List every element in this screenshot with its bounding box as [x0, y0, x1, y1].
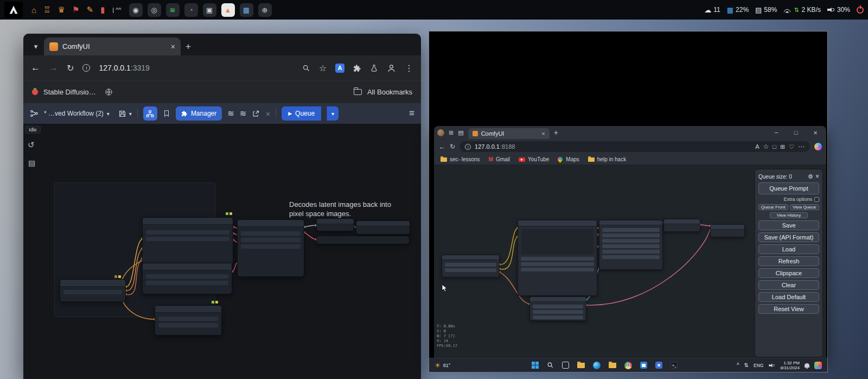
graph-node[interactable]: [599, 220, 663, 270]
graph-node[interactable]: [316, 236, 410, 244]
start-button[interactable]: [532, 362, 539, 369]
weather-widget[interactable]: ☀ 81°: [435, 362, 450, 369]
tray-network-icon[interactable]: ⇅: [744, 362, 749, 368]
game-app-icon[interactable]: ◎: [148, 3, 161, 17]
firefox-icon[interactable]: ◔: [184, 3, 198, 17]
graph-node[interactable]: [142, 217, 233, 265]
graph-node[interactable]: [142, 263, 232, 294]
tray-chevron-icon[interactable]: ^: [737, 362, 739, 368]
all-bookmarks-label[interactable]: All Bookmarks: [367, 88, 412, 96]
queue-prompt-button[interactable]: Queue Prompt: [758, 182, 819, 194]
extra-options-checkbox[interactable]: [814, 197, 819, 202]
address-url[interactable]: 127.0.0.1 :3319: [99, 64, 149, 72]
tab-close-icon[interactable]: ×: [171, 42, 175, 51]
back-button[interactable]: ←: [31, 62, 40, 73]
spotify-icon[interactable]: ≋: [166, 3, 180, 17]
reload-button[interactable]: ↻: [67, 63, 74, 73]
workflows-icon[interactable]: [30, 109, 39, 118]
bookmark-tool-icon[interactable]: [163, 110, 170, 117]
clear-button[interactable]: Clear: [758, 280, 819, 290]
bookmark-sec-lessons[interactable]: sec- lessons: [441, 156, 480, 162]
notifications-bell-icon[interactable]: [805, 363, 809, 368]
save-button[interactable]: Save: [758, 220, 819, 230]
maximize-button[interactable]: □: [788, 129, 803, 136]
queue-front-button[interactable]: Queue Front: [758, 204, 788, 210]
updates-indicator[interactable]: ☁ 11: [704, 6, 720, 14]
box-app-icon[interactable]: ▣: [203, 3, 216, 17]
bookmark-help-in-hack[interactable]: help in hack: [588, 156, 626, 162]
launcher-icon-6[interactable]: ▮: [100, 5, 105, 15]
launcher-icon-1[interactable]: ⌂: [31, 5, 36, 15]
queue-list-icon[interactable]: ▤: [28, 159, 35, 167]
store-icon[interactable]: [640, 362, 647, 369]
terminal-icon[interactable]: >_: [671, 362, 678, 369]
zoom-icon[interactable]: [302, 64, 310, 72]
edge-taskbar-icon[interactable]: [593, 362, 601, 369]
bookmark-gmail[interactable]: MGmail: [489, 156, 510, 162]
graph-node[interactable]: [663, 219, 700, 232]
tab-search-button[interactable]: ▾: [28, 37, 44, 55]
bookmark-youtube[interactable]: YouTube: [519, 156, 549, 162]
voice-wave-icon-2[interactable]: ≋: [240, 109, 247, 118]
forward-button[interactable]: →: [49, 62, 58, 73]
gallery-app-icon[interactable]: ▦: [240, 3, 253, 17]
power-button[interactable]: [857, 7, 864, 14]
collections-icon[interactable]: ⊞: [780, 143, 785, 150]
language-indicator[interactable]: ENG: [754, 363, 763, 368]
taskbar-search-icon[interactable]: [547, 362, 554, 369]
edge-profile-avatar[interactable]: [437, 129, 444, 136]
view-history-button[interactable]: View History: [770, 212, 808, 218]
edge-back-button[interactable]: ←: [438, 143, 445, 151]
edge-settings-icon[interactable]: ⋯: [798, 143, 805, 150]
workspaces-icon[interactable]: ⊞: [449, 129, 454, 136]
share-icon[interactable]: [252, 110, 260, 118]
graph-node[interactable]: [356, 220, 410, 235]
graph-node[interactable]: [155, 305, 222, 336]
save-workflow-button[interactable]: ▾: [118, 110, 132, 118]
load-default-button[interactable]: Load Default: [758, 292, 819, 302]
close-tool-icon[interactable]: ×: [265, 109, 270, 118]
graph-node[interactable]: [316, 218, 354, 231]
volume-indicator[interactable]: 30%: [827, 6, 850, 14]
voice-wave-icon-1[interactable]: ≋: [227, 109, 234, 118]
tray-color-app-icon[interactable]: [814, 362, 822, 369]
tray-speaker-icon[interactable]: [769, 363, 775, 368]
browser-essentials-icon[interactable]: ♡: [789, 143, 794, 150]
graph-node[interactable]: [237, 219, 304, 277]
node-map-button[interactable]: [143, 106, 157, 121]
edge-url-field[interactable]: i 127.0.0.1 :8188 A ☆ □ ⊞ ♡ ⋯: [459, 141, 810, 152]
close-window-button[interactable]: ×: [808, 129, 823, 137]
app-menu-logo[interactable]: [4, 2, 23, 18]
file-explorer-icon[interactable]: [577, 363, 585, 368]
clock-widget[interactable]: 1:32 PM 8/31/2024: [780, 361, 800, 370]
minimize-button[interactable]: –: [769, 129, 784, 136]
task-view-icon[interactable]: [562, 362, 569, 369]
tab-comfyui[interactable]: ComfyUI ×: [44, 37, 181, 55]
browser-menu-icon[interactable]: ⋮: [405, 63, 413, 73]
clipspace-button[interactable]: Clipspace: [758, 268, 819, 278]
cpu-indicator[interactable]: ▦ 22%: [727, 6, 749, 14]
extensions-icon[interactable]: [353, 64, 361, 72]
profile-icon[interactable]: [387, 64, 396, 73]
edge-new-tab-button[interactable]: +: [554, 128, 558, 137]
view-queue-button[interactable]: View Queue: [790, 204, 820, 210]
edge-site-info-icon[interactable]: i: [465, 144, 471, 150]
manager-button[interactable]: Manager: [176, 106, 222, 121]
graph-node[interactable]: [442, 255, 500, 277]
site-info-icon[interactable]: i: [82, 64, 90, 72]
new-tab-button[interactable]: +: [181, 37, 196, 55]
menu-settings-icon[interactable]: ⚙: [808, 173, 813, 180]
copilot-icon[interactable]: [814, 143, 822, 150]
workflow-selector[interactable]: * …ved Workflow (2) ▾: [44, 110, 110, 117]
split-screen-icon[interactable]: □: [773, 143, 776, 150]
graph-node[interactable]: [710, 224, 745, 237]
edge-tab-close-icon[interactable]: ×: [541, 130, 545, 137]
save-api-format-button[interactable]: Save (API Format): [758, 232, 819, 242]
queue-options-button[interactable]: ▾: [327, 106, 339, 121]
bookmark-maps[interactable]: Maps: [558, 156, 579, 162]
launcher-icon-3[interactable]: ♛: [58, 5, 65, 15]
launcher-icon-4[interactable]: ⚑: [72, 5, 79, 15]
graph-node[interactable]: [518, 220, 597, 296]
read-aloud-icon[interactable]: A: [755, 143, 759, 150]
teams-app-icon[interactable]: [655, 362, 662, 369]
